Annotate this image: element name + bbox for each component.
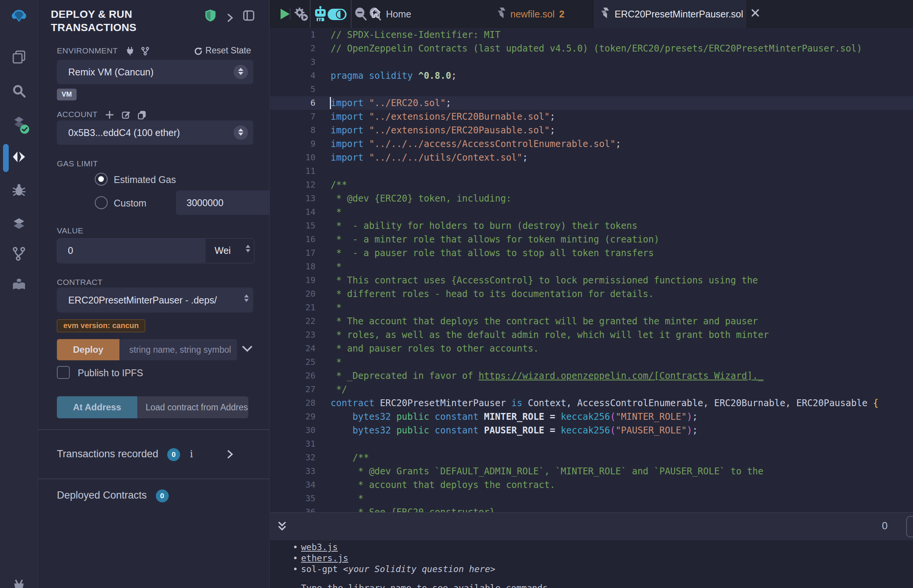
- code-line[interactable]: 29 bytes32 public constant MINTER_ROLE =…: [270, 410, 913, 423]
- custom-gas-radio[interactable]: [95, 196, 108, 209]
- run-script-play-icon[interactable]: [279, 8, 290, 22]
- activity-bar: [0, 0, 38, 588]
- code-line[interactable]: 24 * and pauser roles to other accounts.: [270, 342, 913, 355]
- code-line[interactable]: 4pragma solidity ^0.8.0;: [270, 69, 913, 82]
- deploy-run-icon[interactable]: [11, 149, 26, 165]
- copy-account-icon[interactable]: [137, 110, 146, 120]
- line-number: 22: [270, 315, 316, 328]
- code-line[interactable]: 9import "../../../access/AccessControlEn…: [270, 137, 913, 151]
- code-text: // SPDX-License-Identifier: MIT: [330, 28, 500, 42]
- code-line[interactable]: 12/**: [270, 178, 913, 192]
- code-line[interactable]: 35 *: [270, 492, 913, 506]
- terminal-list-item[interactable]: •web3.js: [293, 542, 338, 553]
- search-icon[interactable]: [11, 83, 26, 99]
- learneth-icon[interactable]: [11, 277, 26, 292]
- expand-terminal-icon[interactable]: [277, 521, 287, 534]
- code-line[interactable]: 23 * roles, as well as the default admin…: [270, 328, 913, 342]
- debugger-icon[interactable]: [11, 183, 26, 198]
- zoom-out-icon[interactable]: [355, 8, 367, 22]
- code-line[interactable]: 31: [270, 437, 913, 451]
- code-line[interactable]: 21 *: [270, 301, 913, 315]
- code-line[interactable]: 15 * - ability for holders to burn (dest…: [270, 219, 913, 233]
- deploy-button[interactable]: Deploy: [57, 339, 120, 360]
- code-line[interactable]: 19 * This contract uses {AccessControl} …: [270, 273, 913, 287]
- code-line[interactable]: 36 * See {ERC20-constructor}.: [270, 506, 913, 512]
- plugin-manager-icon[interactable]: [11, 580, 26, 588]
- at-address-input[interactable]: [137, 396, 248, 418]
- code-line[interactable]: 7import "../extensions/ERC20Burnable.sol…: [270, 110, 913, 123]
- plug-icon[interactable]: [126, 47, 134, 56]
- line-number: 16: [270, 233, 316, 246]
- code-line[interactable]: 13 * @dev {ERC20} token, including:: [270, 192, 913, 205]
- shield-icon[interactable]: [205, 9, 216, 22]
- tab-home[interactable]: Home: [370, 0, 411, 28]
- fork-state-icon[interactable]: [141, 47, 150, 56]
- at-address-button[interactable]: At Address: [57, 396, 137, 418]
- code-line[interactable]: 28contract ERC20PresetMinterPauser is Co…: [270, 396, 913, 410]
- code-line[interactable]: 8import "../extensions/ERC20Pausable.sol…: [270, 123, 913, 137]
- file-explorer-icon[interactable]: [11, 49, 26, 65]
- value-input[interactable]: [57, 239, 206, 263]
- code-text: * - a pauser role that allows to stop al…: [330, 246, 654, 260]
- line-number: 26: [270, 369, 316, 383]
- value-unit-select[interactable]: Wei: [206, 239, 254, 263]
- code-text: * The account that deploys the contract …: [330, 315, 758, 328]
- sign-message-icon[interactable]: [121, 110, 130, 120]
- code-line[interactable]: 25 *: [270, 355, 913, 369]
- account-select[interactable]: 0x5B3...eddC4 (100 ether): [57, 121, 253, 145]
- pin-panel-icon[interactable]: [243, 10, 255, 21]
- unit-testing-icon[interactable]: [11, 216, 26, 231]
- terminal-library-link[interactable]: ethers.js: [301, 553, 348, 563]
- code-line[interactable]: 32 /**: [270, 451, 913, 465]
- solidity-compiler-icon[interactable]: [11, 116, 26, 131]
- publish-ipfs-checkbox[interactable]: [57, 366, 70, 379]
- code-line[interactable]: 10import "../../../utils/Context.sol";: [270, 151, 913, 165]
- code-text: import "../ERC20.sol";: [330, 96, 451, 110]
- script-config-gears-icon[interactable]: [293, 6, 309, 23]
- ai-copilot-robot-icon[interactable]: [314, 6, 327, 24]
- account-label: ACCOUNT: [57, 110, 146, 120]
- code-line[interactable]: 11: [270, 165, 913, 178]
- remix-logo-icon[interactable]: [11, 8, 26, 24]
- tab-newfile[interactable]: newfile.sol 2: [497, 0, 565, 28]
- terminal-search-box-partial[interactable]: [906, 516, 913, 537]
- contract-select[interactable]: ERC20PresetMinterPauser - .deps/: [57, 288, 253, 313]
- code-line[interactable]: 26 * _Deprecated in favor of https://wiz…: [270, 369, 913, 383]
- add-account-icon[interactable]: [105, 110, 114, 120]
- code-line[interactable]: 1// SPDX-License-Identifier: MIT: [270, 28, 913, 42]
- expand-panel-chevron-icon[interactable]: [227, 13, 233, 23]
- transactions-recorded-row[interactable]: Transactions recorded 0 i: [57, 448, 193, 461]
- git-icon[interactable]: [11, 246, 26, 262]
- terminal-list-item[interactable]: •ethers.js: [293, 553, 348, 564]
- deploy-expand-chevron-icon[interactable]: [241, 345, 253, 355]
- code-line[interactable]: 20 * different roles - head to its docum…: [270, 287, 913, 301]
- code-line[interactable]: 33 * @dev Grants `DEFAULT_ADMIN_ROLE`, `…: [270, 465, 913, 478]
- code-line[interactable]: 6import "../ERC20.sol";: [270, 96, 913, 110]
- code-line[interactable]: 22 * The account that deploys the contra…: [270, 315, 913, 328]
- code-line[interactable]: 5: [270, 82, 913, 96]
- code-line[interactable]: 3: [270, 55, 913, 69]
- code-line[interactable]: 18 *: [270, 260, 913, 273]
- tab-erc20presetminterpauser[interactable]: ERC20PresetMinterPauser.sol: [593, 0, 747, 28]
- environment-select[interactable]: Remix VM (Cancun): [57, 60, 253, 84]
- estimated-gas-radio[interactable]: [95, 173, 108, 186]
- info-icon[interactable]: i: [190, 448, 193, 460]
- code-text: * account that deploys the contract.: [330, 478, 555, 492]
- close-tab-icon[interactable]: [751, 8, 760, 20]
- constructor-args-input[interactable]: [120, 339, 237, 360]
- line-number: 30: [270, 423, 316, 437]
- line-number: 29: [270, 410, 316, 423]
- transactions-expand-chevron-icon[interactable]: [227, 449, 233, 459]
- code-line[interactable]: 16 * - a minter role that allows for tok…: [270, 233, 913, 246]
- copilot-toggle[interactable]: [328, 9, 346, 22]
- terminal-library-link[interactable]: web3.js: [301, 542, 338, 552]
- terminal-toolbar[interactable]: 0: [270, 512, 913, 540]
- code-editor[interactable]: 1// SPDX-License-Identifier: MIT2// Open…: [270, 28, 913, 512]
- code-line[interactable]: 27 */: [270, 383, 913, 396]
- code-line[interactable]: 2// OpenZeppelin Contracts (last updated…: [270, 42, 913, 55]
- reset-state-button[interactable]: Reset State: [194, 45, 251, 56]
- code-line[interactable]: 14 *: [270, 205, 913, 219]
- code-line[interactable]: 17 * - a pauser role that allows to stop…: [270, 246, 913, 260]
- code-line[interactable]: 30 bytes32 public constant PAUSER_ROLE =…: [270, 423, 913, 437]
- code-line[interactable]: 34 * account that deploys the contract.: [270, 478, 913, 492]
